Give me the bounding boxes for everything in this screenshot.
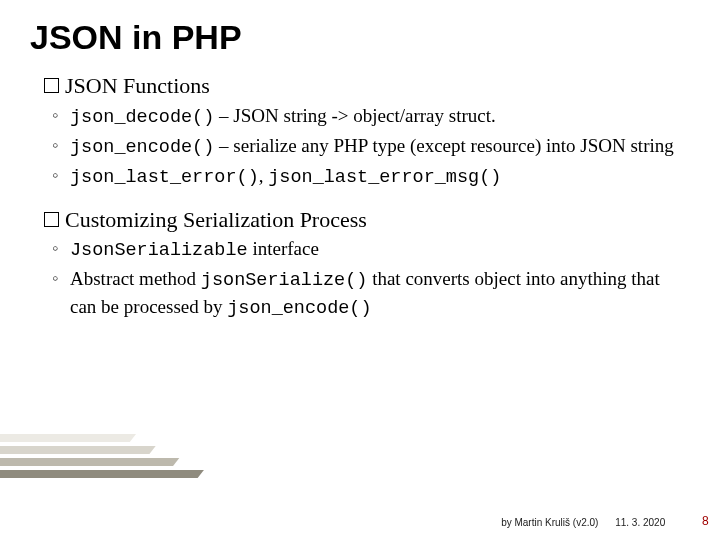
checkbox-icon	[44, 212, 59, 227]
stripe	[0, 458, 180, 466]
list-item-text: Abstract method	[70, 268, 201, 289]
slide-footer: by Martin Kruliš (v2.0) 11. 3. 2020	[487, 517, 702, 528]
list-item: json_encode() – serialize any PHP type (…	[44, 133, 680, 161]
footer-author: by Martin Kruliš (v2.0)	[501, 517, 598, 528]
list-item: json_decode() – JSON string -> object/ar…	[44, 103, 680, 131]
section-heading-1: JSON Functions	[44, 71, 680, 101]
list-item: JsonSerializable interface	[44, 236, 680, 264]
code-token: json_decode()	[70, 107, 214, 128]
bullet-list-2: JsonSerializable interface Abstract meth…	[44, 236, 680, 322]
slide-title: JSON in PHP	[0, 0, 720, 57]
bullet-list-1: json_decode() – JSON string -> object/ar…	[44, 103, 680, 191]
list-item-text: ,	[259, 165, 269, 186]
page-number: 8	[702, 514, 720, 528]
list-item-text: – JSON string -> object/array struct.	[214, 105, 495, 126]
list-item: Abstract method jsonSerialize() that con…	[44, 266, 680, 322]
code-token: json_last_error_msg()	[268, 167, 501, 188]
checkbox-icon	[44, 78, 59, 93]
section-heading-2-text: Customizing Serialization Process	[65, 207, 367, 232]
decorative-stripes	[0, 430, 235, 520]
list-item: json_last_error(), json_last_error_msg()	[44, 163, 680, 191]
code-token: JsonSerializable	[70, 240, 248, 261]
stripe	[0, 434, 136, 442]
slide-content: JSON Functions json_decode() – JSON stri…	[0, 57, 720, 322]
stripe	[0, 470, 204, 478]
slide: JSON in PHP JSON Functions json_decode()…	[0, 0, 720, 540]
footer-date: 11. 3. 2020	[615, 517, 665, 528]
list-item-text: interface	[248, 238, 319, 259]
section-heading-2: Customizing Serialization Process	[44, 205, 680, 235]
stripe	[0, 446, 155, 454]
code-token: jsonSerialize()	[201, 270, 368, 291]
code-token: json_encode()	[70, 137, 214, 158]
code-token: json_last_error()	[70, 167, 259, 188]
list-item-text: – serialize any PHP type (except resourc…	[214, 135, 673, 156]
code-token: json_encode()	[227, 298, 371, 319]
section-heading-1-text: JSON Functions	[65, 73, 210, 98]
